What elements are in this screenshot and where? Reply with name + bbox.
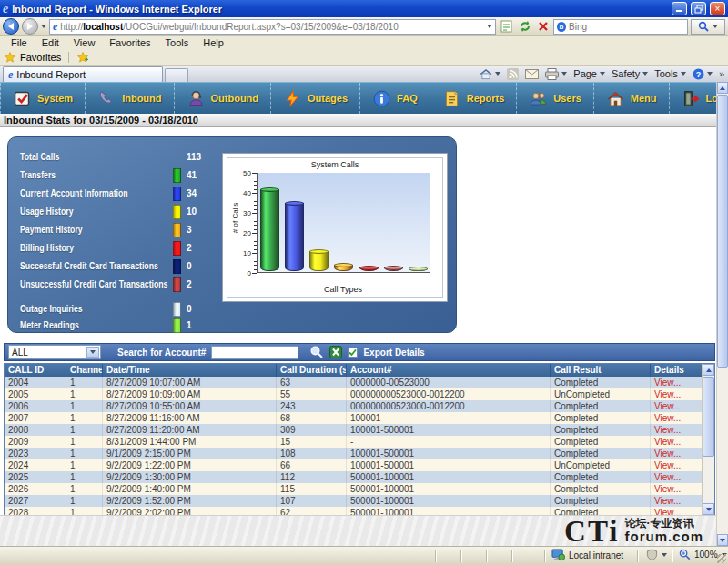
scrollbar-thumb[interactable] bbox=[703, 377, 714, 457]
table-scrollbar[interactable] bbox=[702, 364, 714, 515]
help-button[interactable]: ? bbox=[693, 68, 713, 80]
cell: 115 bbox=[277, 483, 347, 495]
details-view-link[interactable]: View... bbox=[654, 449, 681, 459]
chart-bar-top bbox=[384, 266, 403, 270]
column-header-call-result[interactable]: Call Result bbox=[551, 364, 651, 377]
y-minor-tick bbox=[254, 201, 257, 202]
menu-item-tools[interactable]: Tools bbox=[158, 36, 197, 50]
tools-menu[interactable]: Tools bbox=[654, 68, 686, 79]
chart-bar bbox=[409, 268, 428, 271]
resize-grip[interactable] bbox=[717, 554, 726, 563]
scroll-down-icon[interactable] bbox=[703, 503, 714, 515]
back-button[interactable] bbox=[3, 18, 19, 35]
address-dropdown-icon[interactable] bbox=[487, 25, 492, 28]
stat-color-chip bbox=[173, 302, 181, 317]
y-minor-tick bbox=[254, 197, 257, 197]
y-minor-tick bbox=[254, 229, 257, 230]
details-view-link[interactable]: View... bbox=[654, 496, 681, 506]
table-header-row: CALL IDChannelDate/TimeCall Duration (se… bbox=[5, 364, 714, 377]
recent-pages-dropdown-icon[interactable] bbox=[41, 25, 46, 28]
account-search-input[interactable] bbox=[211, 346, 298, 359]
details-view-link[interactable]: View... bbox=[654, 425, 681, 435]
home-button[interactable] bbox=[480, 68, 500, 80]
details-view-link[interactable]: View... bbox=[654, 389, 681, 399]
read-mail-button[interactable] bbox=[525, 69, 539, 79]
cell: 66 bbox=[277, 459, 347, 471]
scroll-down-icon[interactable] bbox=[717, 534, 728, 546]
menu-item-file[interactable]: File bbox=[4, 36, 35, 50]
table-row: 200618/27/2009 10:55:00 AM24300000000052… bbox=[5, 400, 714, 412]
new-tab-button[interactable] bbox=[165, 68, 188, 82]
scroll-up-icon[interactable] bbox=[717, 82, 728, 94]
divider bbox=[486, 550, 487, 562]
forward-button[interactable] bbox=[22, 18, 38, 35]
compatibility-view-icon[interactable] bbox=[499, 19, 514, 35]
print-button[interactable] bbox=[545, 68, 567, 80]
minimize-button[interactable] bbox=[672, 2, 687, 15]
stop-icon[interactable] bbox=[535, 19, 551, 35]
stat-color-chip bbox=[173, 223, 181, 237]
feeds-button[interactable] bbox=[507, 68, 519, 80]
safety-menu[interactable]: Safety bbox=[612, 68, 648, 79]
address-field[interactable]: e http://localhost/UOCGui/webgui/Inbound… bbox=[49, 19, 496, 35]
svg-text:?: ? bbox=[696, 69, 702, 78]
local-intranet-icon bbox=[551, 549, 565, 561]
nav-item-outages[interactable]: Outages bbox=[271, 83, 360, 114]
cell: 2009 bbox=[5, 436, 66, 448]
scroll-up-icon[interactable] bbox=[703, 364, 714, 376]
menu-item-help[interactable]: Help bbox=[196, 36, 231, 50]
nav-item-system[interactable]: System bbox=[0, 83, 86, 114]
cell: 9/2/2009 1:52:00 PM bbox=[103, 495, 277, 507]
tab-inbound-report[interactable]: e Inbound Report bbox=[3, 66, 163, 82]
cell: 2007 bbox=[5, 412, 66, 424]
column-header-channel[interactable]: Channel bbox=[66, 364, 103, 377]
tab-favicon: e bbox=[8, 69, 13, 80]
menu-item-edit[interactable]: Edit bbox=[35, 36, 66, 50]
favorites-button[interactable]: Favorites bbox=[20, 52, 61, 63]
add-favorite-icon[interactable] bbox=[76, 51, 89, 64]
refresh-icon[interactable] bbox=[517, 19, 532, 35]
details-view-link[interactable]: View... bbox=[654, 413, 681, 423]
nav-item-faq[interactable]: FAQ bbox=[360, 83, 430, 114]
column-header-call-id[interactable]: CALL ID bbox=[5, 364, 66, 377]
details-view-link[interactable]: View... bbox=[654, 472, 681, 482]
menu-item-view[interactable]: View bbox=[66, 36, 103, 50]
details-view-link[interactable]: View... bbox=[654, 401, 681, 411]
restore-button[interactable] bbox=[691, 2, 706, 15]
details-view-link[interactable]: View... bbox=[654, 460, 681, 470]
divider bbox=[672, 550, 672, 562]
details-view-link[interactable]: View... bbox=[654, 437, 681, 447]
page-menu[interactable]: Page bbox=[573, 68, 605, 79]
stat-value: 0 bbox=[187, 261, 192, 271]
column-header-call-duration-sec-[interactable]: Call Duration (sec) bbox=[277, 364, 347, 377]
nav-item-users[interactable]: Users bbox=[517, 83, 594, 114]
column-header-account-[interactable]: Account# bbox=[347, 364, 551, 377]
export-details-checkbox[interactable] bbox=[348, 348, 358, 358]
column-header-details[interactable]: Details bbox=[651, 364, 703, 377]
search-magnifier-icon[interactable] bbox=[309, 345, 324, 359]
stat-color-chip bbox=[173, 277, 181, 292]
browser-scrollbar[interactable] bbox=[716, 82, 728, 546]
nav-item-reports[interactable]: Reports bbox=[430, 83, 518, 114]
nav-item-outbound[interactable]: Outbound bbox=[175, 83, 272, 114]
cell: 8/31/2009 1:44:00 PM bbox=[103, 436, 277, 448]
cell: 9/2/2009 1:30:00 PM bbox=[103, 471, 277, 483]
cell-details: View... bbox=[651, 483, 703, 495]
nav-item-menu[interactable]: Menu bbox=[594, 83, 670, 114]
search-go-button[interactable] bbox=[691, 19, 725, 35]
y-minor-tick bbox=[254, 181, 257, 182]
export-details-label: Export Details bbox=[363, 348, 424, 358]
menu-item-favorites[interactable]: Favorites bbox=[102, 36, 157, 50]
nav-item-inbound[interactable]: Inbound bbox=[86, 83, 174, 114]
toolbar-overflow-button[interactable]: » bbox=[719, 68, 724, 79]
close-button[interactable]: × bbox=[710, 2, 725, 15]
web-search-box[interactable]: b bbox=[553, 19, 688, 35]
web-search-input[interactable] bbox=[569, 22, 684, 32]
column-header-date-time[interactable]: Date/Time bbox=[103, 364, 277, 377]
protected-mode-button[interactable] bbox=[646, 549, 667, 560]
details-view-link[interactable]: View... bbox=[654, 484, 681, 494]
excel-export-icon[interactable] bbox=[329, 346, 342, 358]
scrollbar-thumb[interactable] bbox=[717, 95, 728, 368]
filter-dropdown[interactable]: ALL bbox=[8, 345, 101, 359]
details-view-link[interactable]: View... bbox=[654, 378, 681, 388]
